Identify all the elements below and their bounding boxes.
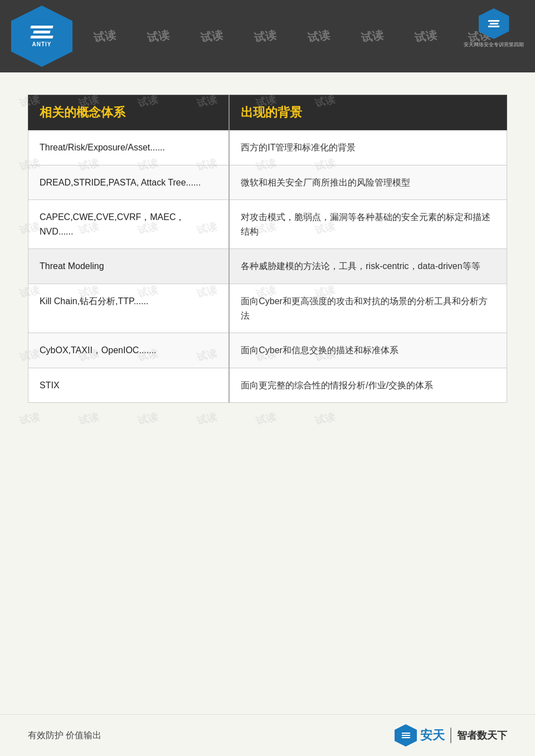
table-row-2: DREAD,STRIDE,PASTA, Attack Tree......微软和… <box>28 165 507 200</box>
table-row-6: CybOX,TAXII，OpenIOC.......面向Cyber和信息交换的描… <box>28 333 507 368</box>
header-watermarks: 试读 试读 试读 试读 试读 试读 试读 试读 <box>0 0 535 72</box>
footer-logo-lines <box>402 733 410 738</box>
cell-col1-5: Kill Chain,钻石分析,TTP...... <box>28 284 230 333</box>
footer-logo-hex <box>395 724 417 747</box>
header-wm-5: 试读 <box>291 25 347 47</box>
col1-header: 相关的概念体系 <box>28 95 230 130</box>
header-wm-6: 试读 <box>345 25 400 47</box>
cell-col2-6: 面向Cyber和信息交换的描述和标准体系 <box>229 333 507 368</box>
right-logo-line-3 <box>488 26 500 27</box>
cell-col1-3: CAPEC,CWE,CVE,CVRF，MAEC，NVD...... <box>28 200 230 249</box>
main-table: 相关的概念体系 出现的背景 Threat/Risk/Exposure/Asset… <box>28 95 507 403</box>
right-logo-line-2 <box>490 23 499 25</box>
footer-brand-main: 安天 <box>420 727 445 744</box>
header-wm-7: 试读 <box>398 25 454 47</box>
table-body: Threat/Risk/Exposure/Asset......西方的IT管理和… <box>28 130 507 403</box>
footer-logo-line-3 <box>401 737 410 738</box>
header: ANTIY 试读 试读 试读 试读 试读 试读 试读 试读 安天网络安全专训营第… <box>0 0 535 72</box>
footer-logo-line-2 <box>401 735 410 736</box>
cell-col2-3: 对攻击模式，脆弱点，漏洞等各种基础的安全元素的标定和描述结构 <box>229 200 507 249</box>
main-content: 相关的概念体系 出现的背景 Threat/Risk/Exposure/Asset… <box>0 72 535 756</box>
cell-col2-7: 面向更完整的综合性的情报分析/作业/交换的体系 <box>229 368 507 403</box>
footer: 有效防护 价值输出 安天 智者数天下 <box>0 714 535 756</box>
footer-brand-subtitle: 智者数天下 <box>457 729 507 742</box>
table-row-1: Threat/Risk/Exposure/Asset......西方的IT管理和… <box>28 130 507 165</box>
header-wm-3: 试读 <box>184 25 240 47</box>
header-right-logo: 安天网络安全专训营第四期 <box>464 8 524 48</box>
header-wm-2: 试读 <box>131 25 186 47</box>
cell-col1-4: Threat Modeling <box>28 249 230 284</box>
footer-right: 安天 智者数天下 <box>395 724 507 747</box>
right-logo-inner <box>488 20 499 27</box>
table-row-7: STIX面向更完整的综合性的情报分析/作业/交换的体系 <box>28 368 507 403</box>
header-wm-1: 试读 <box>77 25 133 47</box>
right-logo-line-1 <box>488 20 500 22</box>
table-row-3: CAPEC,CWE,CVE,CVRF，MAEC，NVD......对攻击模式，脆… <box>28 200 507 249</box>
cell-col2-2: 微软和相关安全厂商所推出的风险管理模型 <box>229 165 507 200</box>
cell-col1-2: DREAD,STRIDE,PASTA, Attack Tree...... <box>28 165 230 200</box>
cell-col2-4: 各种威胁建模的方法论，工具，risk-centric，data-driven等等 <box>229 249 507 284</box>
footer-brand-divider <box>450 728 451 743</box>
table-row-5: Kill Chain,钻石分析,TTP......面向Cyber和更高强度的攻击… <box>28 284 507 333</box>
header-wm-4: 试读 <box>238 25 293 47</box>
col2-header: 出现的背景 <box>229 95 507 130</box>
footer-left-text: 有效防护 价值输出 <box>28 730 101 742</box>
right-logo-subtitle: 安天网络安全专训营第四期 <box>464 41 524 48</box>
cell-col2-1: 西方的IT管理和标准化的背景 <box>229 130 507 165</box>
right-logo-hex <box>479 8 509 39</box>
cell-col2-5: 面向Cyber和更高强度的攻击和对抗的场景的分析工具和分析方法 <box>229 284 507 333</box>
cell-col1-6: CybOX,TAXII，OpenIOC....... <box>28 333 230 368</box>
cell-col1-1: Threat/Risk/Exposure/Asset...... <box>28 130 230 165</box>
footer-logo-line-1 <box>401 733 410 734</box>
table-header-row: 相关的概念体系 出现的背景 <box>28 95 507 130</box>
table-row-4: Threat Modeling各种威胁建模的方法论，工具，risk-centri… <box>28 249 507 284</box>
cell-col1-7: STIX <box>28 368 230 403</box>
